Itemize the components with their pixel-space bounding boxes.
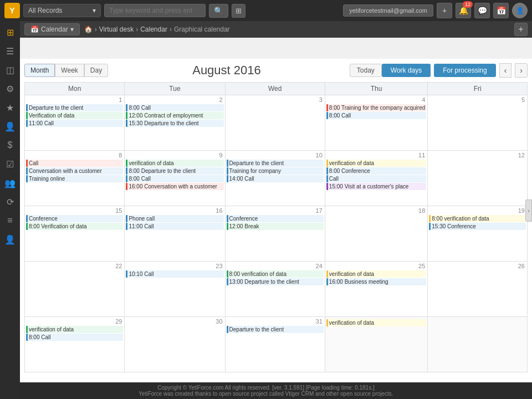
sidebar-item-tasks[interactable]: ☑ [1, 155, 19, 173]
sidebar-item-settings[interactable]: ⚙ [1, 80, 19, 98]
sidebar-item-dashboard[interactable]: ⊞ [1, 23, 19, 41]
sidebar-item-users[interactable]: 👥 [1, 174, 19, 192]
calendar-cell[interactable]: 26 [428, 262, 528, 317]
calendar-event[interactable]: 12:00 Break [227, 223, 324, 230]
week-view-button[interactable]: Week [55, 64, 84, 77]
calendar-cell[interactable]: 29verification of data8:00 Call [25, 317, 125, 372]
calendar-cell[interactable]: 11verification of data8:00 ConferenceCal… [325, 151, 427, 206]
calendar-event[interactable]: 8:00 verification of data [227, 270, 324, 278]
calendar-event[interactable]: 8:00 Verification of data [26, 223, 123, 230]
calendar-event[interactable]: 11:00 Call [26, 120, 123, 127]
calendar-event[interactable]: 13:00 Departure to the client [227, 278, 324, 285]
calendar-event[interactable]: Departure to the client [26, 104, 123, 111]
sidebar-item-finance[interactable]: $ [1, 136, 19, 154]
calendar-event[interactable]: 16:00 Business meeting [326, 278, 426, 285]
calendar-cell[interactable]: 30 [125, 317, 225, 372]
calendar-cell[interactable]: 48:00 Training for the company acquired8… [325, 95, 427, 151]
calendar-event[interactable]: 8:00 Call [26, 334, 123, 341]
sidebar-item-modules[interactable]: ◫ [1, 61, 19, 79]
calendar-event[interactable]: 8:00 Call [126, 104, 223, 111]
sidebar-item-records[interactable]: ☰ [1, 42, 19, 60]
sidebar-item-sync[interactable]: ⟳ [1, 193, 19, 211]
calendar-cell[interactable]: 2310:10 Call [125, 262, 225, 317]
grid-button[interactable]: ⊞ [232, 4, 245, 18]
add-button[interactable]: + [437, 3, 452, 18]
calendar-event[interactable]: 8:00 Call [326, 112, 426, 119]
prev-month-button[interactable]: ‹ [499, 63, 512, 78]
calendar-event[interactable]: Conference [227, 215, 324, 222]
sidebar-item-profile[interactable]: 👤 [1, 231, 19, 248]
calendar-event[interactable]: 8:00 Call [126, 175, 223, 182]
calendar-event[interactable]: 8:00 Departure to the client [126, 167, 223, 175]
calendar-event[interactable]: Phone call [126, 215, 223, 222]
calendar-event[interactable]: Conversation with a customer [26, 167, 123, 175]
calendar-event[interactable]: 15:30 Departure to the client [126, 120, 223, 127]
calendar-event[interactable]: Call [26, 160, 123, 167]
today-button[interactable]: Today [350, 64, 382, 77]
calendar-cell[interactable]: 9verification of data8:00 Departure to t… [125, 151, 225, 206]
next-month-button[interactable]: › [515, 63, 528, 78]
work-days-button[interactable]: Work days [382, 64, 431, 77]
chat-button[interactable]: 💬 [474, 3, 490, 18]
add-event-button[interactable]: + [514, 23, 528, 36]
calendar-event[interactable]: Conference [26, 215, 123, 222]
calendar-cell[interactable]: 15Conference8:00 Verification of data [25, 206, 125, 262]
for-processing-button[interactable]: For processing [434, 64, 495, 77]
search-button[interactable]: 🔍 [209, 4, 228, 18]
calendar-event[interactable]: verification of data [326, 160, 426, 167]
calendar-event[interactable]: 8:00 Conference [326, 167, 426, 175]
search-input[interactable] [104, 4, 206, 17]
calendar-event[interactable]: 16:00 Conversation with a customer [126, 183, 223, 190]
calendar-cell[interactable]: 12 [428, 151, 528, 206]
calendar-event[interactable]: Call [326, 175, 426, 182]
calendar-event[interactable]: Verification of data [26, 112, 123, 119]
calendar-cell[interactable]: 3 [225, 95, 325, 151]
calendar-cell[interactable]: 16Phone call11:00 Call [125, 206, 225, 262]
calendar-event[interactable]: 10:10 Call [126, 270, 223, 278]
calendar-cell[interactable]: 31Departure to the client [225, 317, 325, 372]
notification-button[interactable]: 🔔 12 [456, 3, 471, 18]
day-view-button[interactable]: Day [84, 64, 108, 77]
calendar-dropdown[interactable]: 📅 Calendar ▾ [24, 23, 80, 35]
calendar-cell[interactable]: 25verification of data16:00 Business mee… [325, 262, 427, 317]
breadcrumb-virtual-desk[interactable]: Virtual desk [99, 25, 134, 33]
calendar-cell[interactable]: 248:00 verification of data13:00 Departu… [225, 262, 325, 317]
calendar-event[interactable]: 15:30 Conference [429, 223, 526, 230]
calendar-cell[interactable]: 18 [325, 206, 427, 262]
calendar-event[interactable]: verification of data [126, 160, 223, 167]
calendar-cell[interactable]: verification of data [325, 317, 427, 372]
calendar-event[interactable]: Departure to the client [227, 326, 324, 333]
calendar-cell[interactable]: 10Departure to the clientTraining for co… [225, 151, 325, 206]
calendar-cell[interactable]: 5 [428, 95, 528, 151]
calendar-event[interactable]: 8:00 Training for the company acquired [326, 104, 426, 111]
calendar-cell[interactable]: 198:00 verification of data15:30 Confere… [428, 206, 528, 262]
home-icon[interactable]: 🏠 [84, 25, 93, 33]
calendar-event[interactable]: verification of data [26, 326, 123, 333]
day-number: 2 [126, 96, 223, 103]
calendar-cell[interactable]: 17Conference12:00 Break [225, 206, 325, 262]
calendar-event[interactable]: 8:00 verification of data [429, 215, 526, 222]
calendar-button[interactable]: 📅 [493, 3, 509, 18]
calendar-event[interactable]: verification of data [326, 270, 426, 278]
sidebar-item-list[interactable]: ≡ [1, 212, 19, 229]
month-view-button[interactable]: Month [24, 64, 55, 77]
calendar-cell[interactable] [428, 317, 528, 372]
calendar-cell[interactable]: 28:00 Call12:00 Contract of employment15… [125, 95, 225, 151]
calendar-event[interactable]: Training for company [227, 167, 324, 175]
calendar-event[interactable]: 11:00 Call [126, 223, 223, 230]
calendar-cell[interactable]: 22 [25, 262, 125, 317]
calendar-event[interactable]: verification of data [326, 319, 426, 326]
calendar-cell[interactable]: 8CallConversation with a customerTrainin… [25, 151, 125, 206]
collapse-handle[interactable]: › [525, 200, 532, 222]
breadcrumb-calendar[interactable]: Calendar [140, 25, 167, 33]
records-dropdown[interactable]: All Records ▾ [23, 4, 101, 17]
avatar[interactable]: 👤 [512, 3, 528, 18]
sidebar-item-contacts[interactable]: 👤 [1, 117, 19, 135]
calendar-event[interactable]: 15:00 Visit at a customer's place [326, 183, 426, 190]
calendar-event[interactable]: 14:00 Call [227, 175, 324, 182]
sidebar-item-favorites[interactable]: ★ [1, 99, 19, 116]
calendar-event[interactable]: 12:00 Contract of employment [126, 112, 223, 119]
calendar-cell[interactable]: 1Departure to the clientVerification of … [25, 95, 125, 151]
calendar-event[interactable]: Departure to the client [227, 160, 324, 167]
calendar-event[interactable]: Training online [26, 175, 123, 182]
